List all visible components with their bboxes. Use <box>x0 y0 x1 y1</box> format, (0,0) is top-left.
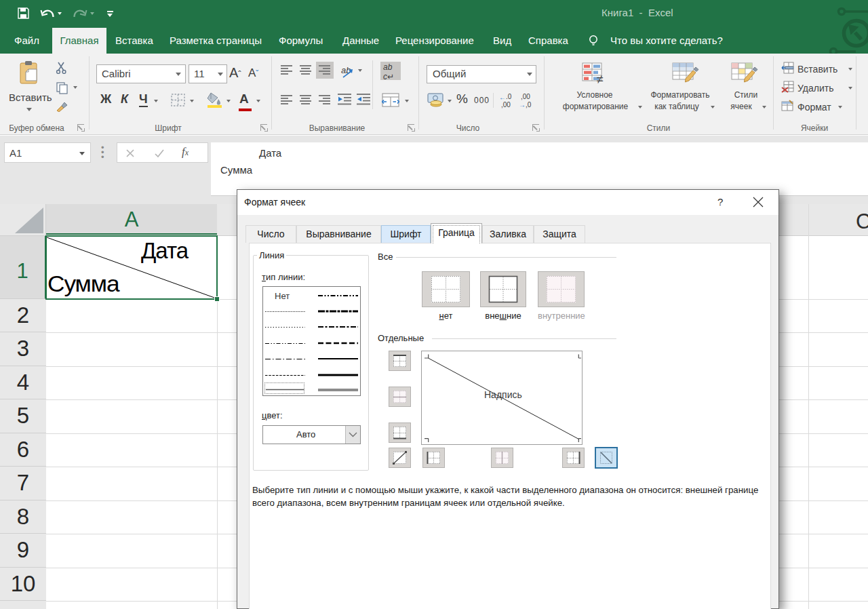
svg-text:≠: ≠ <box>597 73 604 85</box>
svg-text:Надпись: Надпись <box>484 389 522 400</box>
